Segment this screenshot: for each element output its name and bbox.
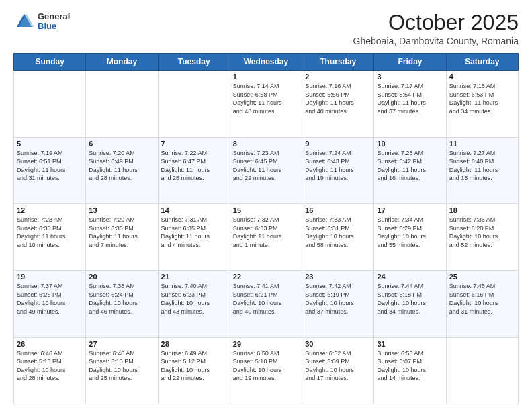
week-row-4: 26Sunrise: 6:46 AM Sunset: 5:15 PM Dayli…: [14, 337, 519, 404]
day-number: 28: [161, 340, 227, 348]
logo: General Blue: [13, 11, 70, 32]
calendar-table: SundayMondayTuesdayWednesdayThursdayFrid…: [13, 53, 519, 404]
calendar-cell: 13Sunrise: 7:29 AM Sunset: 6:36 PM Dayli…: [86, 203, 158, 270]
calendar-cell: 15Sunrise: 7:32 AM Sunset: 6:33 PM Dayli…: [230, 203, 302, 270]
logo-icon: [13, 11, 35, 32]
calendar-cell: 9Sunrise: 7:24 AM Sunset: 6:43 PM Daylig…: [302, 137, 374, 203]
calendar-cell: [86, 71, 158, 137]
day-info: Sunrise: 6:48 AM Sunset: 5:13 PM Dayligh…: [89, 349, 154, 383]
calendar-cell: 19Sunrise: 7:37 AM Sunset: 6:26 PM Dayli…: [14, 271, 86, 337]
day-info: Sunrise: 7:23 AM Sunset: 6:45 PM Dayligh…: [233, 149, 299, 183]
day-info: Sunrise: 7:36 AM Sunset: 6:28 PM Dayligh…: [449, 216, 515, 249]
calendar-cell: 18Sunrise: 7:36 AM Sunset: 6:28 PM Dayli…: [446, 203, 518, 270]
calendar-cell: 2Sunrise: 7:16 AM Sunset: 6:56 PM Daylig…: [302, 71, 374, 137]
day-info: Sunrise: 6:46 AM Sunset: 5:15 PM Dayligh…: [17, 349, 83, 383]
day-info: Sunrise: 6:53 AM Sunset: 5:07 PM Dayligh…: [377, 349, 443, 383]
calendar-cell: 8Sunrise: 7:23 AM Sunset: 6:45 PM Daylig…: [230, 137, 302, 203]
day-number: 12: [17, 206, 83, 214]
day-header-thursday: Thursday: [302, 54, 374, 71]
day-number: 23: [305, 273, 371, 281]
calendar-cell: 26Sunrise: 6:46 AM Sunset: 5:15 PM Dayli…: [14, 337, 86, 404]
location-subtitle: Gheboaia, Dambovita County, Romania: [353, 36, 519, 46]
calendar-cell: 20Sunrise: 7:38 AM Sunset: 6:24 PM Dayli…: [86, 271, 158, 337]
day-number: 5: [17, 140, 83, 148]
day-info: Sunrise: 7:19 AM Sunset: 6:51 PM Dayligh…: [17, 149, 83, 183]
logo-blue: Blue: [38, 21, 70, 31]
calendar-cell: 12Sunrise: 7:28 AM Sunset: 6:38 PM Dayli…: [14, 203, 86, 270]
title-block: October 2025 Gheboaia, Dambovita County,…: [353, 11, 519, 46]
week-row-2: 12Sunrise: 7:28 AM Sunset: 6:38 PM Dayli…: [14, 203, 519, 270]
calendar-cell: 16Sunrise: 7:33 AM Sunset: 6:31 PM Dayli…: [302, 203, 374, 270]
day-number: 10: [377, 140, 443, 148]
week-row-3: 19Sunrise: 7:37 AM Sunset: 6:26 PM Dayli…: [14, 271, 519, 337]
day-info: Sunrise: 7:42 AM Sunset: 6:19 PM Dayligh…: [305, 282, 371, 316]
day-info: Sunrise: 6:49 AM Sunset: 5:12 PM Dayligh…: [161, 349, 227, 383]
calendar-cell: [446, 337, 518, 404]
day-info: Sunrise: 7:18 AM Sunset: 6:53 PM Dayligh…: [449, 82, 515, 116]
calendar-cell: 11Sunrise: 7:27 AM Sunset: 6:40 PM Dayli…: [446, 137, 518, 203]
day-number: 4: [449, 73, 515, 81]
day-number: 6: [89, 140, 154, 148]
day-number: 30: [305, 340, 371, 348]
day-number: 19: [17, 273, 83, 281]
calendar-cell: 31Sunrise: 6:53 AM Sunset: 5:07 PM Dayli…: [374, 337, 446, 404]
day-number: 25: [449, 273, 515, 281]
day-number: 26: [17, 340, 83, 348]
day-info: Sunrise: 7:17 AM Sunset: 6:54 PM Dayligh…: [377, 82, 443, 116]
month-title: October 2025: [353, 11, 519, 34]
calendar-cell: 29Sunrise: 6:50 AM Sunset: 5:10 PM Dayli…: [230, 337, 302, 404]
calendar-cell: 24Sunrise: 7:44 AM Sunset: 6:18 PM Dayli…: [374, 271, 446, 337]
calendar-cell: 30Sunrise: 6:52 AM Sunset: 5:09 PM Dayli…: [302, 337, 374, 404]
calendar-cell: 14Sunrise: 7:31 AM Sunset: 6:35 PM Dayli…: [158, 203, 230, 270]
day-number: 15: [233, 206, 299, 214]
day-number: 29: [233, 340, 299, 348]
day-number: 21: [161, 273, 227, 281]
day-number: 24: [377, 273, 443, 281]
day-number: 11: [449, 140, 515, 148]
calendar-cell: 22Sunrise: 7:41 AM Sunset: 6:21 PM Dayli…: [230, 271, 302, 337]
logo-general: General: [38, 12, 70, 21]
day-info: Sunrise: 7:32 AM Sunset: 6:33 PM Dayligh…: [233, 216, 299, 249]
day-header-saturday: Saturday: [446, 54, 518, 71]
day-info: Sunrise: 7:14 AM Sunset: 6:58 PM Dayligh…: [233, 82, 299, 116]
day-header-monday: Monday: [86, 54, 158, 71]
page: General Blue October 2025 Gheboaia, Damb…: [0, 0, 532, 411]
day-number: 16: [305, 206, 371, 214]
day-number: 2: [305, 73, 371, 81]
calendar-cell: 7Sunrise: 7:22 AM Sunset: 6:47 PM Daylig…: [158, 137, 230, 203]
day-info: Sunrise: 7:28 AM Sunset: 6:38 PM Dayligh…: [17, 216, 83, 249]
header-row: SundayMondayTuesdayWednesdayThursdayFrid…: [14, 54, 519, 71]
day-info: Sunrise: 7:24 AM Sunset: 6:43 PM Dayligh…: [305, 149, 371, 183]
calendar-cell: 5Sunrise: 7:19 AM Sunset: 6:51 PM Daylig…: [14, 137, 86, 203]
day-number: 9: [305, 140, 371, 148]
day-info: Sunrise: 7:37 AM Sunset: 6:26 PM Dayligh…: [17, 282, 83, 316]
day-number: 20: [89, 273, 154, 281]
calendar-cell: [158, 71, 230, 137]
calendar-cell: 17Sunrise: 7:34 AM Sunset: 6:29 PM Dayli…: [374, 203, 446, 270]
day-number: 14: [161, 206, 227, 214]
day-info: Sunrise: 7:20 AM Sunset: 6:49 PM Dayligh…: [89, 149, 154, 183]
day-info: Sunrise: 7:29 AM Sunset: 6:36 PM Dayligh…: [89, 216, 154, 249]
day-number: 31: [377, 340, 443, 348]
day-info: Sunrise: 7:45 AM Sunset: 6:16 PM Dayligh…: [449, 282, 515, 316]
day-info: Sunrise: 7:41 AM Sunset: 6:21 PM Dayligh…: [233, 282, 299, 316]
calendar-body: 1Sunrise: 7:14 AM Sunset: 6:58 PM Daylig…: [14, 71, 519, 404]
day-number: 8: [233, 140, 299, 148]
day-info: Sunrise: 7:31 AM Sunset: 6:35 PM Dayligh…: [161, 216, 227, 249]
day-header-friday: Friday: [374, 54, 446, 71]
day-info: Sunrise: 7:34 AM Sunset: 6:29 PM Dayligh…: [377, 216, 443, 249]
day-number: 27: [89, 340, 154, 348]
day-header-sunday: Sunday: [14, 54, 86, 71]
logo-text: General Blue: [38, 12, 70, 32]
day-number: 18: [449, 206, 515, 214]
day-info: Sunrise: 7:27 AM Sunset: 6:40 PM Dayligh…: [449, 149, 515, 183]
day-info: Sunrise: 7:22 AM Sunset: 6:47 PM Dayligh…: [161, 149, 227, 183]
day-info: Sunrise: 7:16 AM Sunset: 6:56 PM Dayligh…: [305, 82, 371, 116]
day-number: 1: [233, 73, 299, 81]
day-info: Sunrise: 7:38 AM Sunset: 6:24 PM Dayligh…: [89, 282, 154, 316]
day-header-wednesday: Wednesday: [230, 54, 302, 71]
day-info: Sunrise: 7:25 AM Sunset: 6:42 PM Dayligh…: [377, 149, 443, 183]
calendar-cell: 4Sunrise: 7:18 AM Sunset: 6:53 PM Daylig…: [446, 71, 518, 137]
day-info: Sunrise: 7:33 AM Sunset: 6:31 PM Dayligh…: [305, 216, 371, 249]
day-info: Sunrise: 6:52 AM Sunset: 5:09 PM Dayligh…: [305, 349, 371, 383]
